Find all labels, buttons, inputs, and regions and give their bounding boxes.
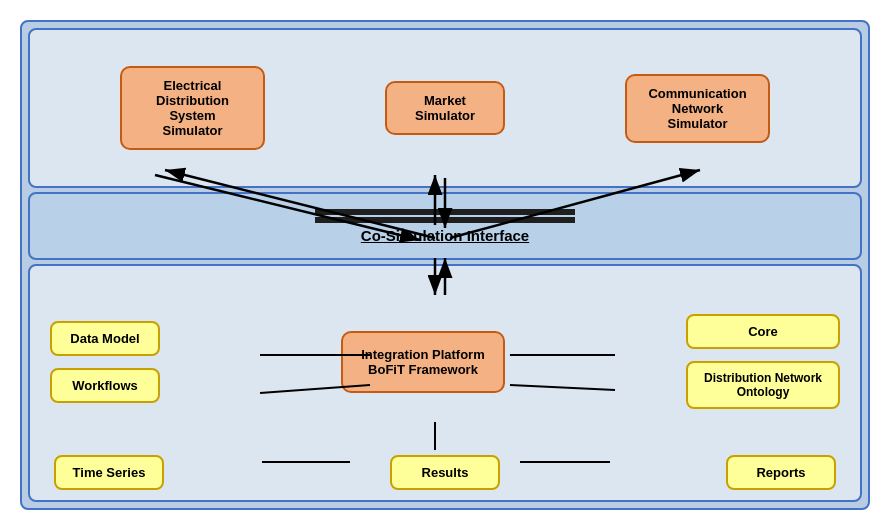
- cosim-label: Co-Simulation Interface: [361, 227, 529, 244]
- cosim-bar-top: [315, 209, 575, 215]
- reports-box: Reports: [726, 455, 836, 490]
- market-simulator-label: MarketSimulator: [415, 93, 475, 123]
- bottom-main-row: Data Model Workflows Integration Platfor…: [50, 276, 840, 447]
- workflows-box: Workflows: [50, 368, 160, 403]
- results-box: Results: [390, 455, 500, 490]
- communication-simulator-label: CommunicationNetwork Simulator: [648, 86, 746, 131]
- bottom-last-row: Time Series Results Reports: [50, 455, 840, 490]
- top-section: Electrical DistributionSystemSimulator M…: [28, 28, 862, 188]
- bottom-inner: Data Model Workflows Integration Platfor…: [50, 276, 840, 490]
- market-simulator-box: MarketSimulator: [385, 81, 505, 135]
- bottom-left-boxes: Data Model Workflows: [50, 321, 160, 403]
- electrical-simulator-box: Electrical DistributionSystemSimulator: [120, 66, 265, 150]
- core-box: Core: [686, 314, 840, 349]
- middle-section: Co-Simulation Interface: [28, 192, 862, 260]
- integration-platform-box: Integration PlatformBoFiT Framework: [341, 331, 505, 393]
- bottom-right-boxes: Core Distribution NetworkOntology: [686, 314, 840, 409]
- communication-simulator-box: CommunicationNetwork Simulator: [625, 74, 770, 143]
- electrical-simulator-label: Electrical DistributionSystemSimulator: [156, 78, 229, 138]
- time-series-box: Time Series: [54, 455, 164, 490]
- integration-label: Integration PlatformBoFiT Framework: [361, 347, 485, 377]
- cosim-bar-bottom: [315, 217, 575, 223]
- data-model-box: Data Model: [50, 321, 160, 356]
- bottom-section: Data Model Workflows Integration Platfor…: [28, 264, 862, 502]
- cosim-interface: Co-Simulation Interface: [315, 208, 575, 244]
- distribution-network-box: Distribution NetworkOntology: [686, 361, 840, 409]
